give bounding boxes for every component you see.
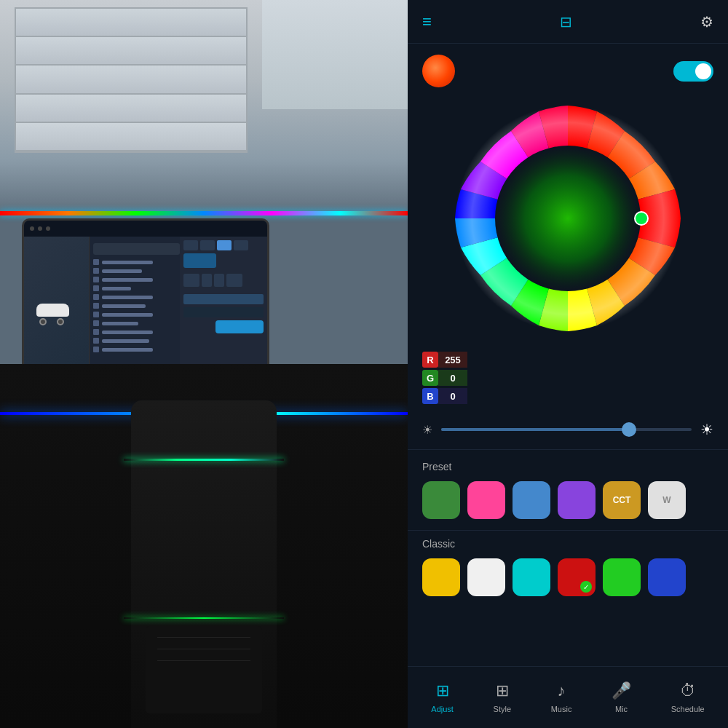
schedule-label: Schedule <box>671 705 705 713</box>
rgb-values-section: R 255 G 0 B 0 <box>408 346 482 410</box>
classic-section: Classic ✓ <box>408 531 728 607</box>
preset-color-purple[interactable] <box>558 481 596 519</box>
classic-color-white[interactable] <box>467 558 505 596</box>
b-label: B <box>422 388 438 404</box>
classic-colors-row: ✓ <box>422 558 713 596</box>
classic-label: Classic <box>422 538 713 550</box>
classic-color-green[interactable] <box>603 558 641 596</box>
preset-section: Preset CCT W <box>408 450 728 530</box>
console-area <box>0 364 408 728</box>
rgb-r-row: R 255 <box>422 352 467 368</box>
nav-item-style[interactable]: ⊞ Style <box>485 676 520 719</box>
settings-icon[interactable]: ⚙ <box>700 13 713 31</box>
nav-item-music[interactable]: ♪ Music <box>542 676 581 719</box>
music-label: Music <box>551 705 572 713</box>
rgb-g-row: G 0 <box>422 370 467 386</box>
power-toggle[interactable] <box>673 61 713 82</box>
brightness-low-icon: ☀ <box>422 423 432 437</box>
nav-item-adjust[interactable]: ⊞ Adjust <box>422 676 462 719</box>
mic-label: Mic <box>615 705 628 713</box>
tune-icon[interactable]: ⊟ <box>560 13 572 31</box>
menu-icon[interactable]: ≡ <box>422 12 432 31</box>
classic-color-yellow[interactable] <box>422 558 460 596</box>
adjust-icon: ⊞ <box>436 681 449 700</box>
brightness-high-icon: ☀ <box>700 421 713 438</box>
rgb-strip-top <box>0 211 408 215</box>
slider-row: ☀ ☀ <box>422 421 713 438</box>
classic-color-cyan[interactable] <box>513 558 550 596</box>
g-value[interactable]: 0 <box>438 370 467 386</box>
color-wheel[interactable] <box>444 95 692 342</box>
style-icon: ⊞ <box>496 681 509 700</box>
wheel-indicator-dot <box>635 212 648 225</box>
preset-cct-button[interactable]: CCT <box>603 481 641 519</box>
brightness-fill <box>441 428 629 431</box>
tesla-screen <box>22 218 269 386</box>
schedule-icon: ⏱ <box>680 681 696 700</box>
g-label: G <box>422 370 438 386</box>
adjust-label: Adjust <box>431 705 454 713</box>
garage-door <box>15 7 248 153</box>
rgb-b-row: B 0 <box>422 388 467 404</box>
preset-color-pink[interactable] <box>467 481 505 519</box>
mic-icon: 🎤 <box>612 681 631 700</box>
preset-color-green[interactable] <box>422 481 460 519</box>
bottom-nav: ⊞ Adjust ⊞ Style ♪ Music 🎤 Mic ⏱ Schedul… <box>408 666 728 728</box>
center-console <box>131 400 277 728</box>
music-icon: ♪ <box>558 681 566 700</box>
brightness-knob[interactable] <box>622 422 636 437</box>
nav-item-mic[interactable]: 🎤 Mic <box>603 676 640 719</box>
r-label: R <box>422 352 438 368</box>
app-panel: ≡ ⊟ ⚙ <box>408 0 728 728</box>
preset-label: Preset <box>422 461 713 472</box>
ceiling <box>262 0 408 109</box>
color-wheel-wrapper[interactable] <box>444 95 692 342</box>
style-label: Style <box>494 705 511 713</box>
preset-color-blue[interactable] <box>513 481 550 519</box>
b-value[interactable]: 0 <box>438 388 467 404</box>
app-header: ≡ ⊟ ⚙ <box>408 0 728 44</box>
color-wheel-section <box>408 44 728 346</box>
brightness-track[interactable] <box>441 428 692 431</box>
top-row <box>408 51 728 95</box>
selected-checkmark: ✓ <box>580 581 592 593</box>
classic-color-blue[interactable] <box>648 558 686 596</box>
toggle-knob <box>695 63 711 79</box>
preset-colors-row: CCT W <box>422 481 713 519</box>
car-photo <box>0 0 408 728</box>
nav-item-schedule[interactable]: ⏱ Schedule <box>662 676 713 719</box>
preset-white-button[interactable]: W <box>648 481 686 519</box>
r-value[interactable]: 255 <box>438 352 467 368</box>
color-preview-circle[interactable] <box>422 55 455 87</box>
brightness-slider-section: ☀ ☀ <box>408 410 728 449</box>
classic-color-red[interactable]: ✓ <box>558 558 596 596</box>
